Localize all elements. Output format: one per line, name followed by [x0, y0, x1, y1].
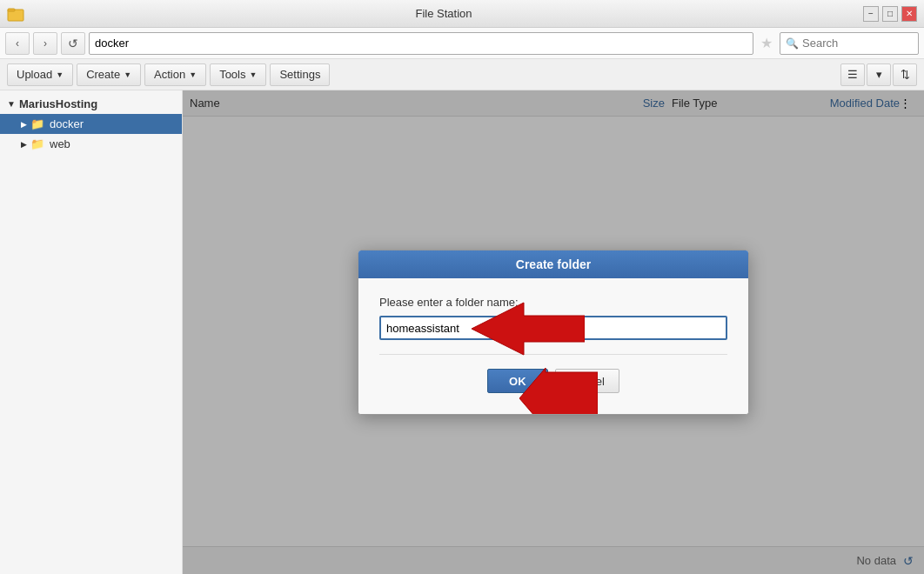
- forward-button[interactable]: ›: [33, 32, 57, 55]
- upload-arrow-icon: ▼: [56, 70, 64, 79]
- folder-name-input[interactable]: [379, 316, 727, 340]
- sidebar-item-docker-label: docker: [50, 117, 84, 130]
- modal-overlay: Create folder Please enter a folder name…: [183, 90, 924, 574]
- web-folder-icon: 📁: [30, 137, 44, 150]
- window-controls: − □ ✕: [863, 6, 917, 22]
- search-icon: 🔍: [786, 37, 799, 50]
- dialog-body: Please enter a folder name: OK Cancel: [358, 278, 748, 414]
- main-area: ▼ MariusHosting ▶ 📁 docker ▶ 📁 web Name …: [0, 90, 924, 574]
- dialog-label: Please enter a folder name:: [379, 296, 727, 309]
- dialog-separator: [379, 354, 727, 355]
- maximize-button[interactable]: □: [882, 6, 898, 22]
- app-title: File Station: [24, 7, 863, 20]
- web-expand-icon: ▶: [21, 140, 27, 149]
- toolbar: Upload ▼ Create ▼ Action ▼ Tools ▼ Setti…: [0, 59, 924, 90]
- address-input[interactable]: [95, 37, 747, 50]
- sort-button[interactable]: ⇅: [893, 63, 917, 86]
- list-view-button[interactable]: ☰: [840, 63, 865, 86]
- docker-folder-icon: 📁: [30, 117, 44, 130]
- dialog-buttons: OK Cancel: [379, 369, 727, 397]
- group-collapse-icon: ▼: [7, 99, 16, 109]
- sidebar-group-label: MariusHosting: [19, 97, 97, 110]
- svg-rect-1: [8, 9, 15, 11]
- minimize-button[interactable]: −: [863, 6, 879, 22]
- refresh-button[interactable]: ↺: [61, 32, 85, 55]
- tools-button[interactable]: Tools ▼: [210, 63, 266, 86]
- create-arrow-icon: ▼: [124, 70, 131, 79]
- tools-arrow-icon: ▼: [250, 70, 258, 79]
- ok-button[interactable]: OK: [487, 369, 548, 393]
- action-arrow-icon: ▼: [189, 70, 197, 79]
- favorite-button[interactable]: ★: [757, 35, 776, 51]
- create-folder-dialog: Create folder Please enter a folder name…: [358, 250, 749, 415]
- title-bar: File Station − □ ✕: [0, 0, 924, 28]
- create-button[interactable]: Create ▼: [77, 63, 141, 86]
- dialog-title: Create folder: [358, 250, 748, 278]
- upload-button[interactable]: Upload ▼: [7, 63, 73, 86]
- app-icon: [7, 5, 24, 23]
- sidebar: ▼ MariusHosting ▶ 📁 docker ▶ 📁 web: [0, 90, 183, 574]
- action-button[interactable]: Action ▼: [144, 63, 206, 86]
- address-input-wrap: [89, 32, 753, 55]
- back-button[interactable]: ‹: [5, 32, 30, 55]
- search-wrap: 🔍: [780, 32, 919, 55]
- sidebar-item-web[interactable]: ▶ 📁 web: [0, 134, 182, 154]
- file-area: Name Size File Type Modified Date ⋮ No d…: [183, 90, 924, 574]
- sidebar-item-web-label: web: [50, 137, 70, 150]
- cancel-button[interactable]: Cancel: [555, 369, 619, 393]
- settings-button[interactable]: Settings: [270, 63, 330, 86]
- view-options-button[interactable]: ▾: [867, 63, 891, 86]
- docker-expand-icon: ▶: [21, 120, 27, 129]
- sidebar-group-mariushosting[interactable]: ▼ MariusHosting: [0, 94, 182, 114]
- search-input[interactable]: [802, 37, 913, 50]
- view-controls: ☰ ▾ ⇅: [840, 63, 917, 86]
- address-bar: ‹ › ↺ ★ 🔍: [0, 28, 924, 59]
- close-button[interactable]: ✕: [901, 6, 917, 22]
- sidebar-item-docker[interactable]: ▶ 📁 docker: [0, 114, 182, 134]
